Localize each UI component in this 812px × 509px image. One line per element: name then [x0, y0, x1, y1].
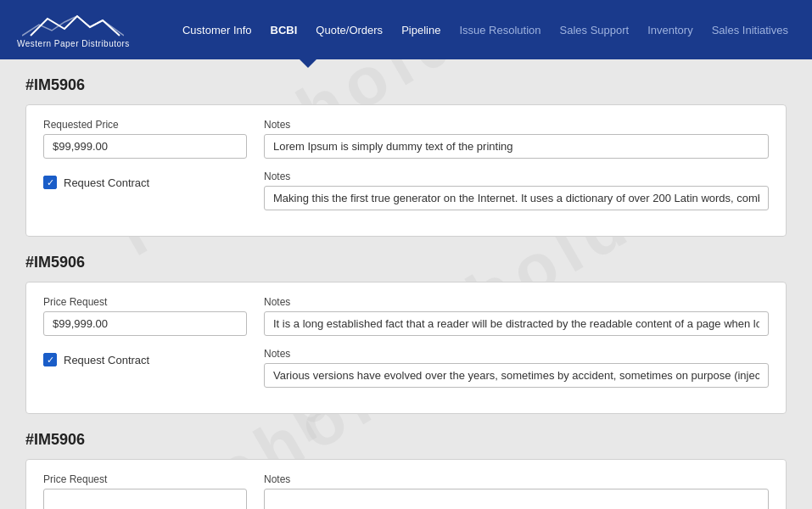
section-body-0: Requested PriceNotes✓Request ContractNot…	[25, 104, 787, 237]
price-group-0: Requested Price	[43, 119, 247, 159]
logo-icon	[22, 12, 124, 37]
notes1-group-0: Notes	[264, 119, 769, 159]
nav-item-sales-support[interactable]: Sales Support	[553, 20, 636, 40]
price-label-1: Price Request	[43, 296, 247, 308]
price-label-2: Price Request	[43, 473, 247, 485]
main-header: Western Paper Distributors Customer Info…	[0, 0, 812, 59]
checkbox-group-0: ✓Request Contract	[43, 171, 247, 189]
notes2-label-1: Notes	[264, 348, 769, 360]
checkbox-label-1: Request Contract	[64, 354, 149, 366]
nav-item-pipeline[interactable]: Pipeline	[395, 20, 447, 40]
notes1-group-2: Notes	[264, 473, 769, 509]
checkbox-0[interactable]: ✓	[43, 176, 57, 189]
nav-item-bcbi[interactable]: BCBI	[264, 20, 305, 40]
main-nav: Customer InfoBCBIQuote/OrdersPipelineIss…	[155, 20, 795, 40]
notes2-label-0: Notes	[264, 171, 769, 182]
notes1-input-2[interactable]	[264, 489, 769, 509]
main-content: #IM5906Requested PriceNotes✓Request Cont…	[0, 59, 812, 509]
section-body-2: Price RequestNotesRequest Contract	[25, 459, 787, 509]
notes1-input-1[interactable]	[264, 311, 769, 336]
form-row-1-1: Price RequestNotes	[43, 296, 769, 336]
checkbox-label-0: Request Contract	[64, 176, 149, 189]
checkbox-group-1: ✓Request Contract	[43, 348, 247, 366]
section-title-0: #IM5906	[25, 76, 787, 94]
logo-text: Western Paper Distributors	[17, 39, 130, 48]
nav-item-issue-resolution[interactable]: Issue Resolution	[452, 20, 547, 40]
notes2-group-0: Notes	[264, 171, 769, 210]
form-row-2-1: ✓Request ContractNotes	[43, 348, 769, 388]
price-label-0: Requested Price	[43, 119, 247, 131]
form-row-2-0: ✓Request ContractNotes	[43, 171, 769, 210]
checkbox-row-1[interactable]: ✓Request Contract	[43, 353, 247, 366]
nav-item-quote-orders[interactable]: Quote/Orders	[309, 20, 389, 40]
section-IM5906-2: #IM5906Price RequestNotes✓Request Contra…	[25, 254, 787, 414]
logo: Western Paper Distributors	[17, 12, 130, 48]
notes1-label-1: Notes	[264, 296, 769, 308]
notes1-group-1: Notes	[264, 296, 769, 336]
section-IM5906-1: #IM5906Requested PriceNotes✓Request Cont…	[25, 76, 787, 237]
price-input-0[interactable]	[43, 134, 247, 159]
checkbox-row-0[interactable]: ✓Request Contract	[43, 176, 247, 189]
checkbox-1[interactable]: ✓	[43, 353, 57, 366]
price-input-1[interactable]	[43, 311, 247, 336]
notes1-label-0: Notes	[264, 119, 769, 131]
section-IM5906-3: #IM5906Price RequestNotesRequest Contrac…	[25, 431, 787, 509]
price-group-2: Price Request	[43, 473, 247, 509]
notes1-input-0[interactable]	[264, 134, 769, 159]
notes2-input-0[interactable]	[264, 186, 769, 210]
price-group-1: Price Request	[43, 296, 247, 336]
form-row-1-0: Requested PriceNotes	[43, 119, 769, 159]
notes1-label-2: Notes	[264, 473, 769, 485]
section-title-2: #IM5906	[25, 431, 787, 449]
nav-item-sales-initiatives[interactable]: Sales Initiatives	[705, 20, 795, 40]
price-input-2[interactable]	[43, 489, 247, 509]
nav-item-customer-info[interactable]: Customer Info	[176, 20, 259, 40]
nav-arrow	[300, 59, 316, 68]
notes2-input-1[interactable]	[264, 363, 769, 388]
section-body-1: Price RequestNotes✓Request ContractNotes	[25, 282, 787, 414]
nav-item-inventory[interactable]: Inventory	[641, 20, 699, 40]
form-row-1-2: Price RequestNotes	[43, 473, 769, 509]
section-title-1: #IM5906	[25, 254, 787, 271]
notes2-group-1: Notes	[264, 348, 769, 388]
